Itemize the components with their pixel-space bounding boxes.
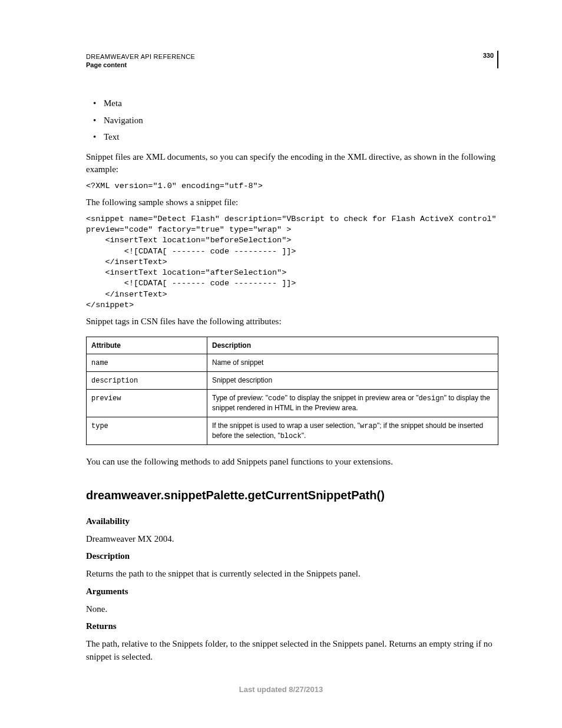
table-row: nameName of snippet <box>87 354 498 371</box>
availability-label: Availability <box>86 515 498 528</box>
returns-text: The path, relative to the Snippets folde… <box>86 638 498 664</box>
desc-cell: Type of preview: "code" to display the s… <box>207 390 498 417</box>
table-row: previewType of preview: "code" to displa… <box>87 390 498 417</box>
header-divider <box>497 51 498 68</box>
code-block-xml-decl: <?XML version="1.0" encoding="utf-8"> <box>86 181 498 192</box>
attr-cell: description <box>87 372 207 390</box>
running-head-section: Page content <box>86 61 498 68</box>
arguments-label: Arguments <box>86 585 498 598</box>
api-heading: dreamweaver.snippetPalette.getCurrentSni… <box>86 489 498 502</box>
description-label: Description <box>86 550 498 563</box>
list-item: Navigation <box>93 114 498 127</box>
desc-cell: If the snippet is used to wrap a user se… <box>207 417 498 444</box>
desc-cell: Name of snippet <box>207 354 498 371</box>
running-head-title: DREAMWEAVER API REFERENCE <box>86 53 498 60</box>
attr-cell: type <box>87 417 207 444</box>
attributes-table: Attribute Description nameName of snippe… <box>86 337 498 445</box>
table-header-attribute: Attribute <box>87 337 207 354</box>
returns-label: Returns <box>86 620 498 633</box>
list-item: Text <box>93 130 498 144</box>
page-number: 330 <box>483 52 494 59</box>
availability-text: Dreamweaver MX 2004. <box>86 533 498 546</box>
arguments-text: None. <box>86 603 498 616</box>
body-paragraph: Snippet files are XML documents, so you … <box>86 151 498 177</box>
list-item: Meta <box>93 97 498 110</box>
page: 330 DREAMWEAVER API REFERENCE Page conte… <box>0 0 562 728</box>
table-header-description: Description <box>207 337 498 354</box>
body-paragraph: The following sample shows a snippet fil… <box>86 196 498 209</box>
footer-last-updated: Last updated 8/27/2013 <box>0 685 562 694</box>
body-paragraph: Snippet tags in CSN files have the follo… <box>86 315 498 328</box>
attr-cell: name <box>87 354 207 371</box>
body-paragraph: You can use the following methods to add… <box>86 456 498 469</box>
bullet-list: Meta Navigation Text <box>86 97 498 144</box>
table-header-row: Attribute Description <box>87 337 498 354</box>
desc-cell: Snippet description <box>207 372 498 390</box>
table-row: typeIf the snippet is used to wrap a use… <box>87 417 498 444</box>
code-block-snippet: <snippet name="Detect Flash" description… <box>86 214 498 311</box>
description-text: Returns the path to the snippet that is … <box>86 568 498 581</box>
table-row: descriptionSnippet description <box>87 372 498 390</box>
attr-cell: preview <box>87 390 207 417</box>
